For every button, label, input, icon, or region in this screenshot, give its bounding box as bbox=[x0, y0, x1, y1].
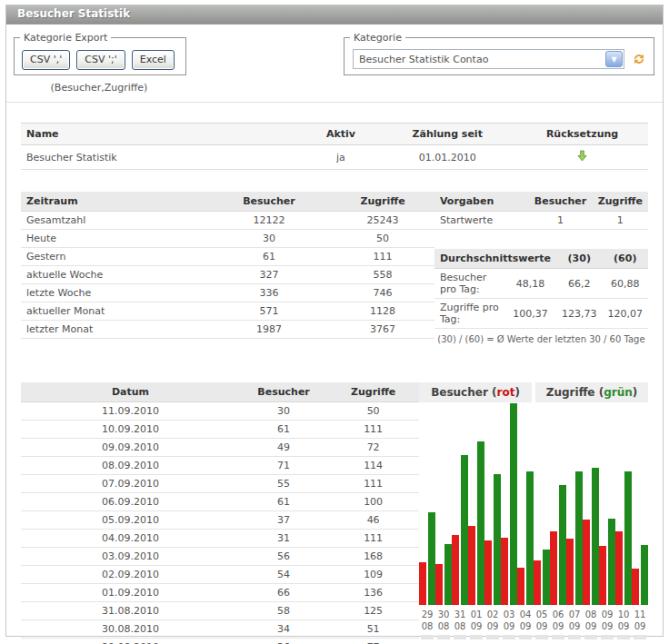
datum-zugriffe-value: 125 bbox=[327, 602, 419, 620]
chart-footer-cell bbox=[584, 635, 597, 639]
zeitraum-besucher-value: 327 bbox=[207, 266, 331, 284]
zugriffe-bar bbox=[444, 544, 452, 605]
column-header-zaehlung-seit: Zählung seit bbox=[378, 124, 516, 145]
datum-besucher-value: 34 bbox=[240, 620, 327, 639]
chart-footer-cell bbox=[421, 635, 434, 639]
besucher-bar bbox=[599, 546, 606, 605]
csv-semicolon-export-button[interactable]: CSV ';' bbox=[76, 50, 125, 70]
statistik-zaehlung-seit: 01.01.2010 bbox=[378, 145, 516, 170]
column-header-1: Besucher bbox=[240, 382, 327, 402]
datum-label: 11.09.2010 bbox=[21, 402, 240, 421]
datum-besucher-value: 71 bbox=[240, 457, 327, 475]
datum-label: 01.09.2010 bbox=[21, 584, 240, 602]
datum-header-row: DatumBesucherZugriffe bbox=[21, 382, 419, 402]
zeitraum-zugriffe-value: 111 bbox=[331, 248, 434, 266]
avg-gesamt-value: 100,37 bbox=[504, 299, 556, 329]
chart-footer-cell bbox=[486, 635, 499, 639]
excel-export-button[interactable]: Excel bbox=[132, 50, 175, 70]
zeitraum-zugriffe-value: 3767 bbox=[331, 321, 434, 339]
table-row: 04.09.201031111 bbox=[21, 530, 419, 548]
datum-table: DatumBesucherZugriffe11.09.2010305010.09… bbox=[21, 382, 419, 644]
avg-gesamt-value: 48,18 bbox=[504, 269, 556, 299]
table-row: 01.09.201066136 bbox=[21, 584, 419, 602]
table-row: 06.09.201061100 bbox=[21, 493, 419, 511]
chart-x-label: 3108 bbox=[452, 609, 468, 632]
table-row: 07.09.201055111 bbox=[21, 475, 419, 493]
datum-besucher-value: 61 bbox=[240, 493, 327, 511]
chevron-down-icon[interactable]: ▼ bbox=[605, 51, 623, 67]
table-row: 03.09.201056168 bbox=[21, 548, 419, 566]
column-header-name: Name bbox=[21, 124, 304, 145]
table-row: aktueller Monat5711128 bbox=[21, 302, 434, 321]
besucher-bar bbox=[501, 538, 508, 605]
vorgaben-zugriffe-value: 1 bbox=[593, 212, 648, 230]
zeitraum-label: Gestern bbox=[21, 248, 207, 266]
vorgaben-table: VorgabenBesucherZugriffeStartwerte11 bbox=[434, 192, 648, 230]
top-section: Kategorie Export CSV ',' CSV ';' Excel (… bbox=[6, 25, 663, 103]
chart-footer-cell bbox=[437, 635, 450, 639]
zugriffe-bar bbox=[575, 471, 583, 605]
chart-x-label: 1009 bbox=[615, 609, 632, 632]
chart-x-label: 0409 bbox=[517, 609, 534, 632]
legend-zugriffe-suffix: ) bbox=[633, 386, 637, 399]
chart-bar-group bbox=[468, 403, 484, 605]
datum-label: 29.08.2010 bbox=[21, 639, 240, 644]
avg-30-value: 66,2 bbox=[556, 269, 603, 299]
chart-x-label: 0109 bbox=[468, 609, 484, 632]
column-header-30: (30) bbox=[556, 249, 603, 269]
chart-x-label: 0309 bbox=[501, 609, 517, 632]
datum-besucher-value: 55 bbox=[240, 475, 327, 493]
chart-x-label: 0909 bbox=[599, 609, 615, 632]
zeitraum-label: Gesamtzahl bbox=[21, 212, 207, 230]
chart-bar-group bbox=[599, 403, 615, 605]
legend-besucher-suffix: ) bbox=[514, 386, 519, 399]
csv-comma-export-button[interactable]: CSV ',' bbox=[22, 50, 70, 70]
column-header-2: Zugriffe bbox=[327, 382, 419, 402]
datum-label: 03.09.2010 bbox=[21, 548, 240, 566]
kategorie-select[interactable]: Besucher Statistik Contao ▼ bbox=[353, 49, 624, 69]
chart-legend: Besucher (rot) Zugriffe (grün) bbox=[419, 382, 648, 402]
chart-x-label: 1109 bbox=[632, 609, 648, 632]
besucher-bar bbox=[517, 568, 524, 605]
module-title: Besucher Statistik bbox=[6, 5, 663, 25]
datum-besucher-value: 66 bbox=[240, 584, 327, 602]
table-row: Heute3050 bbox=[21, 230, 434, 248]
statistik-name: Besucher Statistik bbox=[21, 145, 304, 170]
besucher-zugriffe-chart: Besucher (rot) Zugriffe (grün) 290830083… bbox=[419, 382, 648, 639]
datum-zugriffe-value: 168 bbox=[327, 548, 419, 566]
datum-besucher-value: 56 bbox=[240, 548, 327, 566]
datum-besucher-value: 30 bbox=[240, 402, 327, 421]
table-row: Besucher pro Tag:48,1866,260,88 bbox=[434, 269, 648, 299]
datum-besucher-value: 36 bbox=[240, 639, 327, 644]
zeitraum-besucher-value: 336 bbox=[207, 284, 331, 302]
table-row: Gesamtzahl1212225243 bbox=[21, 212, 434, 230]
chart-bar-group bbox=[501, 403, 517, 605]
vorgaben-label: Startwerte bbox=[434, 212, 528, 230]
table-row: Gestern61111 bbox=[21, 248, 434, 266]
datum-label: 07.09.2010 bbox=[21, 475, 240, 493]
zeitraum-zugriffe-value: 50 bbox=[331, 230, 434, 248]
besucher-bar bbox=[583, 520, 590, 605]
chart-x-label: 0509 bbox=[534, 609, 550, 632]
zugriffe-bar bbox=[641, 545, 648, 605]
kategorie-selected-option: Besucher Statistik Contao bbox=[359, 54, 488, 65]
table-row: 09.09.20104972 bbox=[21, 439, 419, 457]
reset-down-arrow-icon[interactable] bbox=[577, 150, 587, 164]
refresh-icon[interactable] bbox=[632, 52, 646, 66]
zeitraum-label: aktueller Monat bbox=[21, 302, 207, 321]
datum-zugriffe-value: 72 bbox=[327, 439, 419, 457]
zugriffe-bar bbox=[494, 474, 501, 605]
besucher-bar bbox=[566, 539, 574, 605]
chart-footer-cell bbox=[634, 635, 646, 639]
datum-label: 04.09.2010 bbox=[21, 530, 240, 548]
datum-zugriffe-value: 111 bbox=[327, 421, 419, 439]
legend-zugriffe-prefix: Zugriffe ( bbox=[546, 386, 604, 399]
zeitraum-label: letzte Woche bbox=[21, 284, 207, 302]
vorgaben-column: VorgabenBesucherZugriffeStartwerte11 Dur… bbox=[434, 192, 648, 344]
column-header-durchschnittswerte: Durchschnittswerte bbox=[434, 249, 556, 269]
datum-zugriffe-value: 111 bbox=[327, 530, 419, 548]
avg-label: Zugriffe pro Tag: bbox=[434, 299, 504, 329]
chart-bar-group bbox=[566, 403, 583, 605]
column-header-ruecksetzung: Rücksetzung bbox=[516, 124, 648, 145]
chart-bar-group bbox=[435, 403, 452, 605]
